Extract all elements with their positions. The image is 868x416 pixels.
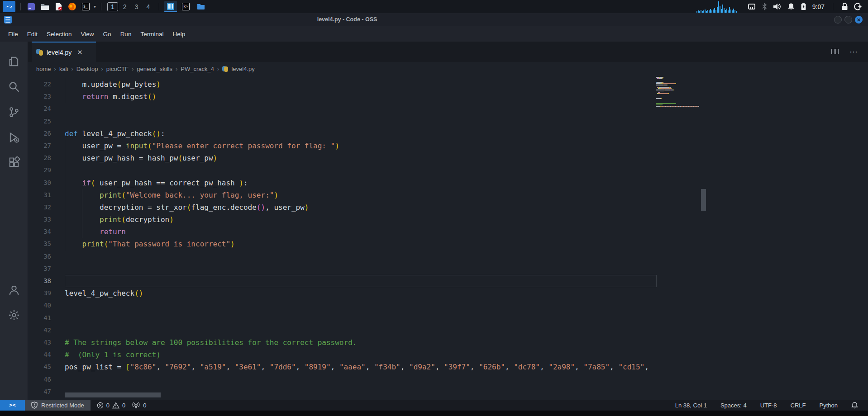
workspace-3[interactable]: 3 (132, 3, 142, 11)
minimap[interactable] (656, 77, 699, 127)
close-button[interactable]: ✕ (855, 16, 863, 24)
code-line-41[interactable]: 41 (28, 312, 868, 324)
app-window-icon[interactable] (26, 1, 37, 12)
breadcrumb-item-pw_crack_4[interactable]: PW_crack_4 (181, 66, 214, 72)
code-editor[interactable]: 22 m.update(pw_bytes)23 return m.digest(… (28, 76, 868, 400)
tab-label: level4.py (47, 49, 72, 56)
code-line-43[interactable]: 43# The strings below are 100 possibilit… (28, 336, 868, 349)
notifications-icon[interactable] (787, 3, 795, 10)
line-number: 46 (28, 373, 51, 386)
remote-indicator[interactable]: >< (0, 400, 25, 411)
broadcast-indicator[interactable]: 0 (132, 402, 146, 409)
volume-icon[interactable] (773, 3, 782, 10)
battery-icon[interactable] (801, 3, 806, 10)
code-line-42[interactable]: 42 (28, 324, 868, 336)
code-line-35[interactable]: 35 print("That password is incorrect") (28, 238, 868, 250)
settings-gear-icon[interactable] (8, 309, 20, 321)
code-oss-window-icon[interactable] (164, 1, 177, 12)
problems-indicator[interactable]: 0 0 (97, 402, 125, 409)
code-line-46[interactable]: 46 (28, 373, 868, 386)
menu-go[interactable]: Go (99, 29, 116, 39)
network-icon[interactable] (748, 3, 756, 10)
bluetooth-icon[interactable] (762, 3, 767, 10)
extensions-icon[interactable] (8, 156, 20, 169)
minimap-line (656, 87, 699, 88)
code-line-45[interactable]: 45pos_pw_list = ["8c86", "7692", "a519",… (28, 361, 868, 373)
breadcrumb-item-picoctf[interactable]: picoCTF (106, 66, 129, 72)
code-line-40[interactable]: 40 (28, 299, 868, 312)
tab-level4py[interactable]: level4.py ✕ (32, 42, 96, 62)
code-line-33[interactable]: 33 print(decryption) (28, 213, 868, 226)
code-line-25[interactable]: 25 (28, 115, 868, 128)
code-text (65, 299, 656, 312)
search-icon[interactable] (8, 80, 20, 93)
code-text: return m.digest() (65, 90, 656, 103)
code-line-44[interactable]: 44# (Only 1 is correct) (28, 349, 868, 361)
code-line-23[interactable]: 23 return m.digest() (28, 90, 868, 103)
breadcrumb-item-kali[interactable]: kali (59, 66, 68, 72)
clock[interactable]: 9:07 (812, 3, 825, 10)
code-text: level_4_pw_check() (65, 287, 656, 299)
code-line-31[interactable]: 31 print("Welcome back... your flag, use… (28, 189, 868, 201)
account-icon[interactable] (8, 284, 20, 297)
eol-sequence[interactable]: CRLF (791, 402, 806, 409)
code-line-22[interactable]: 22 m.update(pw_bytes) (28, 78, 868, 90)
code-line-37[interactable]: 37 (28, 263, 868, 275)
cursor-position[interactable]: Ln 38, Col 1 (675, 402, 707, 409)
breadcrumb-item-home[interactable]: home (36, 66, 51, 72)
encoding[interactable]: UTF-8 (760, 402, 777, 409)
breadcrumb-item-level4.py[interactable]: level4.py (231, 66, 254, 72)
code-line-38[interactable]: 38 (28, 275, 868, 287)
text-editor-icon[interactable] (53, 1, 64, 12)
menu-selection[interactable]: Selection (42, 29, 76, 39)
code-line-34[interactable]: 34 return (28, 226, 868, 238)
minimize-button[interactable] (834, 16, 842, 24)
terminal-window-icon[interactable]: k> (180, 1, 192, 12)
more-actions-icon[interactable]: ⋯ (849, 47, 858, 57)
bell-icon[interactable] (851, 402, 858, 409)
minimap-line (656, 106, 699, 107)
restricted-mode-badge[interactable]: Restricted Mode (25, 400, 91, 411)
source-control-icon[interactable] (8, 106, 20, 118)
files-window-icon[interactable] (195, 1, 207, 12)
menu-run[interactable]: Run (116, 29, 136, 39)
workspace-4[interactable]: 4 (143, 3, 153, 11)
code-line-27[interactable]: 27 user_pw = input("Please enter correct… (28, 140, 868, 152)
code-line-30[interactable]: 30 if( user_pw_hash == correct_pw_hash )… (28, 177, 868, 189)
code-line-28[interactable]: 28 user_pw_hash = hash_pw(user_pw) (28, 152, 868, 164)
indentation[interactable]: Spaces: 4 (720, 402, 747, 409)
language-mode[interactable]: Python (820, 402, 838, 409)
menu-help[interactable]: Help (168, 29, 190, 39)
workspace-2[interactable]: 2 (120, 3, 130, 11)
indent-guide (65, 164, 65, 176)
firefox-icon[interactable] (67, 1, 78, 12)
menu-edit[interactable]: Edit (23, 29, 42, 39)
code-line-26[interactable]: 26def level_4_pw_check(): (28, 128, 868, 140)
code-line-29[interactable]: 29 (28, 164, 868, 176)
run-debug-icon[interactable] (8, 131, 20, 144)
menu-file[interactable]: File (4, 29, 23, 39)
tab-close-icon[interactable]: ✕ (77, 48, 83, 57)
file-manager-icon[interactable] (39, 1, 51, 12)
menu-view[interactable]: View (76, 29, 99, 39)
python-file-icon (222, 66, 228, 72)
code-line-24[interactable]: 24 (28, 103, 868, 115)
breadcrumb-item-desktop[interactable]: Desktop (76, 66, 98, 72)
lock-icon[interactable] (841, 3, 848, 10)
horizontal-scrollbar[interactable] (65, 392, 161, 397)
code-line-32[interactable]: 32 decryption = str_xor(flag_enc.decode(… (28, 201, 868, 213)
breadcrumb-item-general_skills[interactable]: general_skills (137, 66, 172, 72)
code-line-39[interactable]: 39level_4_pw_check() (28, 287, 868, 299)
maximize-button[interactable] (844, 16, 852, 24)
vertical-scrollbar[interactable] (701, 189, 706, 211)
terminal-icon[interactable]: $_ (81, 1, 91, 12)
code-line-36[interactable]: 36 (28, 251, 868, 263)
split-editor-icon[interactable] (831, 48, 839, 56)
menu-terminal[interactable]: Terminal (136, 29, 168, 39)
workspace-1[interactable]: 1 (107, 2, 118, 11)
menu-bar: FileEditSelectionViewGoRunTerminalHelp (0, 26, 868, 42)
chevron-down-icon[interactable]: ▾ (94, 4, 96, 9)
logout-icon[interactable] (854, 3, 862, 10)
kali-menu-icon[interactable] (3, 1, 15, 12)
explorer-icon[interactable] (8, 55, 20, 68)
